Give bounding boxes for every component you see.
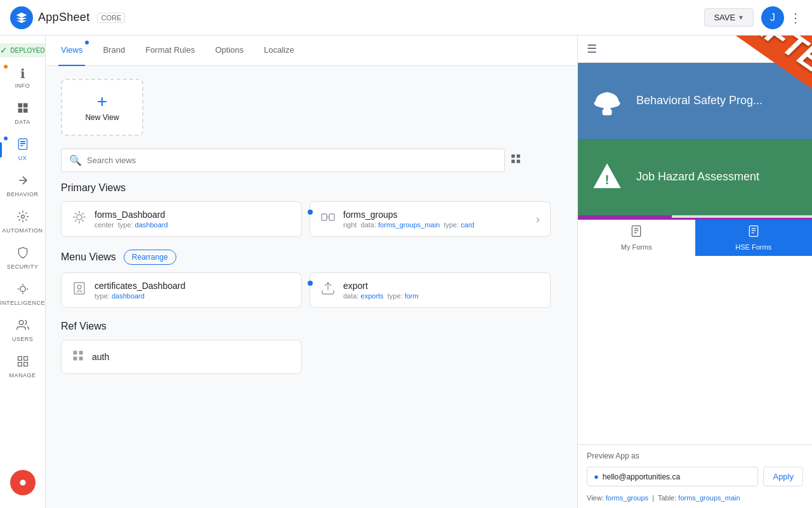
view-card-info-forms-dashboard: forms_Dashboard center type: dashboard (95, 210, 291, 229)
kebab-menu-icon[interactable]: ⋮ (789, 10, 802, 25)
dashboard-icon (72, 210, 87, 229)
save-button[interactable]: SAVE ▼ (704, 8, 754, 27)
tab-brand[interactable]: Brand (100, 36, 128, 66)
view-card-meta-forms-dashboard: center type: dashboard (95, 221, 291, 229)
svg-rect-23 (79, 351, 83, 355)
new-view-card[interactable]: + New View (61, 79, 143, 136)
preview-table-name-link[interactable]: forms_groups_main (678, 494, 740, 502)
svg-rect-18 (329, 214, 334, 220)
sidebar-item-data[interactable]: DATA (0, 95, 45, 131)
tab-options[interactable]: Options (213, 36, 246, 66)
svg-rect-25 (79, 357, 83, 361)
view-card-info-forms-groups: forms_groups right data: forms_groups_ma… (343, 210, 528, 229)
preview-nav-my-forms[interactable]: My Forms (578, 220, 695, 256)
search-input[interactable] (87, 156, 497, 165)
helmet-icon (588, 82, 626, 120)
grid-view-icon[interactable] (510, 153, 521, 168)
tab-bar: Views Brand Format Rules Options Localiz… (46, 36, 577, 66)
save-dropdown-arrow: ▼ (738, 14, 744, 21)
tab-views[interactable]: Views (58, 36, 85, 66)
svg-rect-12 (23, 357, 27, 361)
sidebar-dot-ux (4, 137, 8, 140)
view-card-dot-forms-groups (308, 210, 313, 215)
svg-rect-6 (20, 143, 25, 144)
view-card-meta-forms-groups: right data: forms_groups_main type: card (343, 221, 528, 229)
sidebar-item-users[interactable]: USERS (0, 312, 45, 349)
svg-rect-22 (74, 351, 77, 355)
svg-rect-11 (18, 357, 22, 361)
svg-rect-0 (18, 104, 22, 108)
svg-rect-5 (20, 141, 25, 142)
new-view-plus-icon: + (97, 93, 107, 110)
view-card-info-auth: auth (92, 352, 291, 362)
info-icon: ℹ (20, 66, 25, 81)
view-card-dot-export (308, 281, 313, 286)
svg-point-10 (19, 321, 23, 325)
search-bar: 🔍 (61, 149, 505, 172)
view-card-auth[interactable]: auth (61, 340, 302, 374)
search-row: 🔍 (61, 149, 562, 172)
data-icon (16, 102, 29, 117)
top-nav: AppSheet CORE SAVE ▼ J ⋮ (0, 0, 812, 36)
my-forms-icon (630, 225, 643, 241)
sidebar-item-security[interactable]: SECURITY (0, 240, 45, 276)
user-avatar[interactable]: J (761, 6, 784, 29)
intelligence-icon (16, 283, 29, 298)
app-icon-circle[interactable] (10, 470, 36, 495)
svg-rect-30 (603, 109, 612, 115)
view-card-export[interactable]: export data: exports type: form (310, 272, 551, 308)
preview-email-input[interactable]: ● hello@apportunities.ca (587, 467, 758, 486)
external-link-icon[interactable] (793, 43, 803, 55)
svg-rect-24 (74, 357, 77, 361)
sidebar-item-behavior[interactable]: BEHAVIOR (0, 168, 45, 204)
logo-badge: CORE (97, 13, 125, 23)
svg-rect-17 (322, 214, 327, 220)
left-sidebar: ✓ DEPLOYED ℹ INFO DATA UX BEHAVIOR (0, 36, 46, 508)
sidebar-item-info[interactable]: ℹ INFO (0, 60, 45, 95)
deployed-badge: ✓ DEPLOYED (0, 43, 46, 57)
view-card-info-export: export data: exports type: form (343, 281, 540, 300)
svg-rect-2 (18, 109, 22, 113)
security-icon (16, 246, 29, 262)
svg-point-15 (20, 479, 25, 485)
logo-icon (10, 6, 33, 29)
view-card-meta-export: data: exports type: form (343, 292, 540, 300)
tab-localize[interactable]: Localize (261, 36, 297, 66)
preview-view-name-link[interactable]: forms_groups (606, 494, 648, 502)
warning-icon: ! (588, 158, 626, 196)
view-card-info-certificates: certificates_Dashboard type: dashboard (95, 281, 291, 300)
menu-views-header-row: Menu Views Rearrange (61, 250, 562, 265)
primary-views-header: Primary Views (61, 182, 562, 194)
hamburger-icon[interactable]: ☰ (587, 42, 597, 56)
logo-text: AppSheet (38, 11, 89, 24)
svg-rect-7 (20, 145, 23, 147)
preview-nav: My Forms HSE Forms (578, 218, 812, 256)
preview-card-hazard[interactable]: ! Job Hazard Assessment (578, 139, 812, 215)
view-card-forms-groups[interactable]: forms_groups right data: forms_groups_ma… (310, 201, 551, 237)
auth-icon (72, 348, 84, 366)
sidebar-item-manage[interactable]: MANAGE (0, 349, 45, 385)
sidebar-item-intelligence[interactable]: INTELLIGENCE (0, 276, 45, 312)
preview-nav-hse-forms[interactable]: HSE Forms (695, 220, 813, 256)
svg-line-26 (797, 44, 802, 48)
view-card-forms-dashboard[interactable]: forms_Dashboard center type: dashboard (61, 201, 302, 237)
apply-button[interactable]: Apply (763, 467, 803, 486)
preview-app: Behavioral Safety Prog... ! Job Hazard A… (578, 63, 812, 444)
svg-rect-1 (23, 104, 27, 108)
search-icon: 🔍 (69, 154, 82, 166)
tab-format-rules[interactable]: Format Rules (143, 36, 197, 66)
automation-icon (16, 210, 29, 226)
view-card-certificates-dashboard[interactable]: certificates_Dashboard type: dashboard (61, 272, 302, 308)
menu-views-header: Menu Views (61, 251, 116, 263)
content-area: Views Brand Format Rules Options Localiz… (46, 36, 577, 508)
tab-views-dot (85, 41, 89, 44)
right-preview: AFTER ☰ (577, 36, 812, 508)
main-content: + New View 🔍 Primary Views (46, 66, 577, 508)
sidebar-item-automation[interactable]: AUTOMATION (0, 204, 45, 240)
preview-card-safety[interactable]: Behavioral Safety Prog... (578, 63, 812, 139)
rearrange-button[interactable]: Rearrange (124, 250, 176, 265)
svg-rect-3 (23, 109, 27, 113)
svg-rect-19 (74, 283, 84, 294)
sidebar-item-ux[interactable]: UX (0, 131, 45, 168)
sidebar-dot-info (4, 65, 8, 69)
